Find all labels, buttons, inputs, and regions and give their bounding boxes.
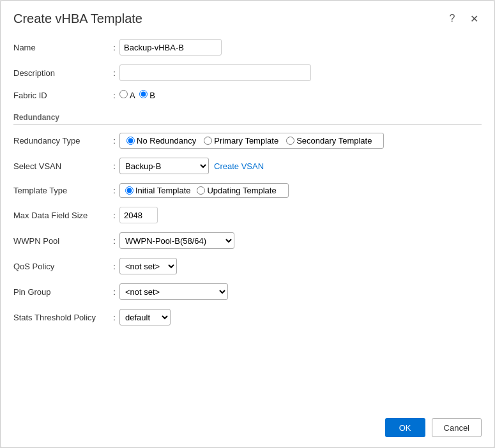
stats-label: Stats Threshold Policy <box>13 313 109 322</box>
fabric-options: A B <box>119 90 155 100</box>
vsan-label: Select VSAN <box>13 161 109 171</box>
stats-select[interactable]: default <box>119 309 171 325</box>
vsan-select[interactable]: Backup-B <box>119 158 209 174</box>
redundancy-type-row: Redundancy Type : No Redundancy Primary … <box>13 133 482 149</box>
close-button[interactable]: ✕ <box>466 11 482 26</box>
close-icon: ✕ <box>470 13 478 25</box>
fabric-b-label: B <box>149 91 155 100</box>
help-icon: ? <box>450 13 455 24</box>
qos-select[interactable]: <not set> <box>119 258 177 274</box>
fabric-id-row: Fabric ID : A B <box>13 90 482 100</box>
help-button[interactable]: ? <box>445 11 460 26</box>
redundancy-type-label: Redundancy Type <box>13 136 109 146</box>
max-data-control <box>119 207 482 223</box>
name-label: Name <box>13 43 109 52</box>
wwpn-label: WWPN Pool <box>13 236 109 246</box>
description-label: Description <box>13 68 109 78</box>
dialog-header: Create vHBA Template ? ✕ <box>1 1 494 33</box>
redundancy-secondary-option[interactable]: Secondary Template <box>286 136 372 146</box>
name-row: Name : <box>13 39 482 56</box>
stats-control: default <box>119 309 482 325</box>
pin-group-row: Pin Group : <not set> <box>13 283 482 300</box>
redundancy-no-option[interactable]: No Redundancy <box>126 136 196 146</box>
stats-colon: : <box>109 313 119 322</box>
name-colon: : <box>109 43 119 52</box>
template-initial-option[interactable]: Initial Template <box>125 186 190 195</box>
pin-group-colon: : <box>109 287 119 297</box>
dialog-footer: OK Cancel <box>1 408 494 447</box>
create-vsan-link[interactable]: Create VSAN <box>214 161 264 171</box>
template-type-control: Initial Template Updating Template <box>119 183 482 198</box>
description-control <box>119 64 482 81</box>
template-initial-label: Initial Template <box>135 186 190 195</box>
template-type-label: Template Type <box>13 186 109 195</box>
vsan-control: Backup-B Create VSAN <box>119 158 482 174</box>
redundancy-secondary-radio[interactable] <box>286 137 294 145</box>
redundancy-colon: : <box>109 136 119 146</box>
redundancy-primary-radio[interactable] <box>204 137 212 145</box>
redundancy-options: No Redundancy Primary Template Secondary… <box>119 133 384 149</box>
dialog-title: Create vHBA Template <box>13 11 142 26</box>
template-type-colon: : <box>109 186 119 195</box>
template-type-box: Initial Template Updating Template <box>119 183 289 198</box>
qos-colon: : <box>109 262 119 271</box>
name-control <box>119 39 482 56</box>
redundancy-no-radio[interactable] <box>126 137 135 145</box>
name-input[interactable] <box>119 39 222 56</box>
qos-control: <not set> <box>119 258 482 274</box>
qos-label: QoS Policy <box>13 262 109 271</box>
max-data-input[interactable] <box>119 207 158 223</box>
fabric-id-control: A B <box>119 90 482 100</box>
vsan-colon: : <box>109 161 119 171</box>
fabric-id-colon: : <box>109 91 119 100</box>
description-colon: : <box>109 68 119 78</box>
fabric-a-radio[interactable] <box>119 90 128 98</box>
template-type-row: Template Type : Initial Template Updatin… <box>13 183 482 198</box>
description-input[interactable] <box>119 64 311 81</box>
wwpn-row: WWPN Pool : WWPN-Pool-B(58/64) <box>13 232 482 249</box>
redundancy-no-label: No Redundancy <box>137 136 196 146</box>
pin-group-select[interactable]: <not set> <box>119 283 228 300</box>
wwpn-control: WWPN-Pool-B(58/64) <box>119 232 482 249</box>
create-vhba-dialog: Create vHBA Template ? ✕ Name : Descript… <box>0 0 495 448</box>
description-row: Description : <box>13 64 482 81</box>
pin-group-control: <not set> <box>119 283 482 300</box>
template-updating-radio[interactable] <box>197 186 205 195</box>
cancel-button[interactable]: Cancel <box>432 418 482 437</box>
redundancy-primary-label: Primary Template <box>214 136 278 146</box>
fabric-id-label: Fabric ID <box>13 91 109 100</box>
template-updating-label: Updating Template <box>207 186 276 195</box>
max-data-row: Max Data Field Size : <box>13 207 482 223</box>
fabric-a-label: A <box>130 91 135 100</box>
redundancy-secondary-label: Secondary Template <box>296 136 372 146</box>
stats-row: Stats Threshold Policy : default <box>13 309 482 325</box>
template-initial-radio[interactable] <box>125 186 133 195</box>
fabric-a-option[interactable]: A <box>119 90 135 100</box>
redundancy-primary-option[interactable]: Primary Template <box>204 136 278 146</box>
max-data-colon: : <box>109 211 119 220</box>
ok-button[interactable]: OK <box>385 418 425 437</box>
fabric-b-option[interactable]: B <box>139 90 155 100</box>
header-icons: ? ✕ <box>445 11 482 26</box>
dialog-body: Name : Description : Fabric ID : A <box>1 33 494 408</box>
redundancy-section-header: Redundancy <box>13 109 482 125</box>
fabric-b-radio[interactable] <box>139 90 148 98</box>
max-data-label: Max Data Field Size <box>13 211 109 220</box>
template-updating-option[interactable]: Updating Template <box>197 186 276 195</box>
vsan-row: Select VSAN : Backup-B Create VSAN <box>13 158 482 174</box>
wwpn-select[interactable]: WWPN-Pool-B(58/64) <box>119 232 234 249</box>
qos-row: QoS Policy : <not set> <box>13 258 482 274</box>
pin-group-label: Pin Group <box>13 287 109 297</box>
redundancy-control: No Redundancy Primary Template Secondary… <box>119 133 482 149</box>
wwpn-colon: : <box>109 236 119 246</box>
